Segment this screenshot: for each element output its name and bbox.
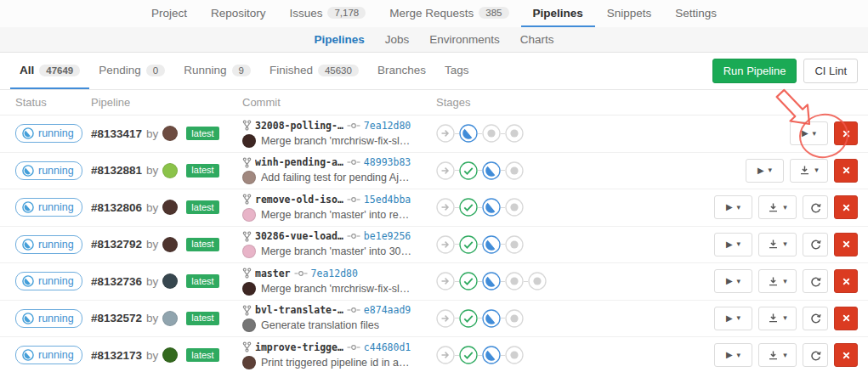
nav-item-settings[interactable]: Settings <box>663 0 729 27</box>
cancel-pipeline-button[interactable] <box>834 233 858 256</box>
branch-link[interactable]: master <box>255 268 291 279</box>
nav-item-snippets[interactable]: Snippets <box>595 0 664 27</box>
branch-link[interactable]: remove-old-iso… <box>255 194 343 206</box>
download-artifacts-button[interactable]: ▾ <box>758 195 797 219</box>
tab-pending[interactable]: Pending0 <box>89 53 174 89</box>
commit-author-avatar[interactable] <box>242 245 256 258</box>
play-pipeline-button[interactable]: ▶▾ <box>746 159 784 183</box>
tab-all[interactable]: All47649 <box>10 53 89 89</box>
retry-pipeline-button[interactable] <box>803 233 828 256</box>
status-badge[interactable]: running <box>15 309 82 328</box>
stage-created-icon[interactable] <box>528 272 547 290</box>
stage-passed-icon[interactable] <box>459 161 478 180</box>
commit-author-avatar[interactable] <box>242 356 256 369</box>
play-pipeline-button[interactable]: ▶▾ <box>714 233 752 256</box>
commit-sha-link[interactable]: be1e9256 <box>364 230 411 242</box>
commit-author-avatar[interactable] <box>242 282 256 296</box>
stage-passed-icon[interactable] <box>459 272 478 290</box>
subnav-item-charts[interactable]: Charts <box>510 33 564 46</box>
download-artifacts-button[interactable]: ▾ <box>758 233 797 256</box>
play-pipeline-button[interactable]: ▶▾ <box>790 121 828 145</box>
pipeline-id-link[interactable]: #8133417 <box>91 127 142 140</box>
subnav-item-jobs[interactable]: Jobs <box>375 33 420 46</box>
retry-pipeline-button[interactable] <box>803 269 828 293</box>
stage-running-icon[interactable] <box>482 346 501 364</box>
stage-created-icon[interactable] <box>505 272 524 290</box>
play-pipeline-button[interactable]: ▶▾ <box>714 307 752 330</box>
commit-sha-link[interactable]: 7ea12d80 <box>364 120 411 132</box>
user-avatar[interactable] <box>162 237 178 252</box>
stage-skipped-icon[interactable] <box>436 235 455 254</box>
stage-running-icon[interactable] <box>482 198 501 217</box>
pipeline-id-link[interactable]: #8132173 <box>91 349 142 362</box>
commit-author-avatar[interactable] <box>242 171 256 184</box>
stage-skipped-icon[interactable] <box>436 309 455 328</box>
stage-created-icon[interactable] <box>505 235 524 254</box>
cancel-pipeline-button[interactable] <box>834 159 858 183</box>
stage-running-icon[interactable] <box>482 161 501 180</box>
stage-created-icon[interactable] <box>505 198 524 217</box>
pipeline-id-link[interactable]: #8132792 <box>91 238 142 251</box>
stage-skipped-icon[interactable] <box>436 346 455 364</box>
nav-item-project[interactable]: Project <box>139 0 199 27</box>
stage-passed-icon[interactable] <box>459 309 478 328</box>
stage-created-icon[interactable] <box>505 161 524 180</box>
branch-link[interactable]: bvl-translate-… <box>255 304 343 316</box>
play-pipeline-button[interactable]: ▶▾ <box>714 269 752 293</box>
status-badge[interactable]: running <box>15 272 82 290</box>
tab-running[interactable]: Running9 <box>174 53 260 89</box>
stage-skipped-icon[interactable] <box>436 198 455 217</box>
user-avatar[interactable] <box>162 126 178 141</box>
user-avatar[interactable] <box>162 273 178 289</box>
user-avatar[interactable] <box>162 311 178 326</box>
status-badge[interactable]: running <box>15 124 82 143</box>
branch-link[interactable]: winh-pending-a… <box>255 156 343 168</box>
stage-skipped-icon[interactable] <box>436 272 455 290</box>
download-artifacts-button[interactable]: ▾ <box>758 343 797 367</box>
pipeline-id-link[interactable]: #8132572 <box>91 312 142 324</box>
nav-item-merge-requests[interactable]: Merge Requests385 <box>377 0 520 27</box>
branch-link[interactable]: improve-trigge… <box>255 341 343 353</box>
cancel-pipeline-button[interactable] <box>834 343 858 367</box>
download-artifacts-button[interactable]: ▾ <box>758 307 797 330</box>
run-pipeline-button[interactable]: Run Pipeline <box>712 59 797 83</box>
tab-branches[interactable]: Branches <box>368 53 435 89</box>
stage-created-icon[interactable] <box>505 346 524 364</box>
user-avatar[interactable] <box>162 347 178 363</box>
stage-created-icon[interactable] <box>482 124 501 143</box>
play-pipeline-button[interactable]: ▶▾ <box>714 195 752 219</box>
stage-running-icon[interactable] <box>459 124 478 143</box>
cancel-pipeline-button[interactable] <box>834 121 858 145</box>
stage-passed-icon[interactable] <box>459 346 478 364</box>
pipeline-id-link[interactable]: #8132881 <box>91 164 142 177</box>
stage-passed-icon[interactable] <box>459 198 478 217</box>
commit-author-avatar[interactable] <box>242 208 256 222</box>
status-badge[interactable]: running <box>15 346 82 364</box>
download-artifacts-button[interactable]: ▾ <box>758 269 797 293</box>
commit-sha-link[interactable]: 15ed4bba <box>364 194 411 206</box>
play-pipeline-button[interactable]: ▶▾ <box>714 343 752 367</box>
retry-pipeline-button[interactable] <box>803 307 828 330</box>
branch-link[interactable]: 30286-vue-load… <box>255 230 343 242</box>
commit-sha-link[interactable]: c44680d1 <box>364 341 411 353</box>
status-badge[interactable]: running <box>15 198 82 217</box>
stage-created-icon[interactable] <box>505 124 524 143</box>
cancel-pipeline-button[interactable] <box>834 307 858 330</box>
download-artifacts-button[interactable]: ▾ <box>790 159 828 183</box>
status-badge[interactable]: running <box>15 161 82 180</box>
cancel-pipeline-button[interactable] <box>834 269 858 293</box>
ci-lint-button[interactable]: CI Lint <box>803 59 858 83</box>
stage-skipped-icon[interactable] <box>436 124 455 143</box>
stage-running-icon[interactable] <box>482 309 501 328</box>
subnav-item-pipelines[interactable]: Pipelines <box>304 33 374 46</box>
retry-pipeline-button[interactable] <box>803 195 828 219</box>
branch-link[interactable]: 32008-polling-… <box>255 120 343 132</box>
stage-running-icon[interactable] <box>482 272 501 290</box>
stage-skipped-icon[interactable] <box>436 161 455 180</box>
pipeline-id-link[interactable]: #8132736 <box>91 275 142 288</box>
commit-sha-link[interactable]: 48993b83 <box>364 156 411 168</box>
retry-pipeline-button[interactable] <box>803 343 828 367</box>
commit-sha-link[interactable]: e874aad9 <box>364 304 411 316</box>
tab-finished[interactable]: Finished45630 <box>260 53 368 89</box>
user-avatar[interactable] <box>162 200 178 215</box>
